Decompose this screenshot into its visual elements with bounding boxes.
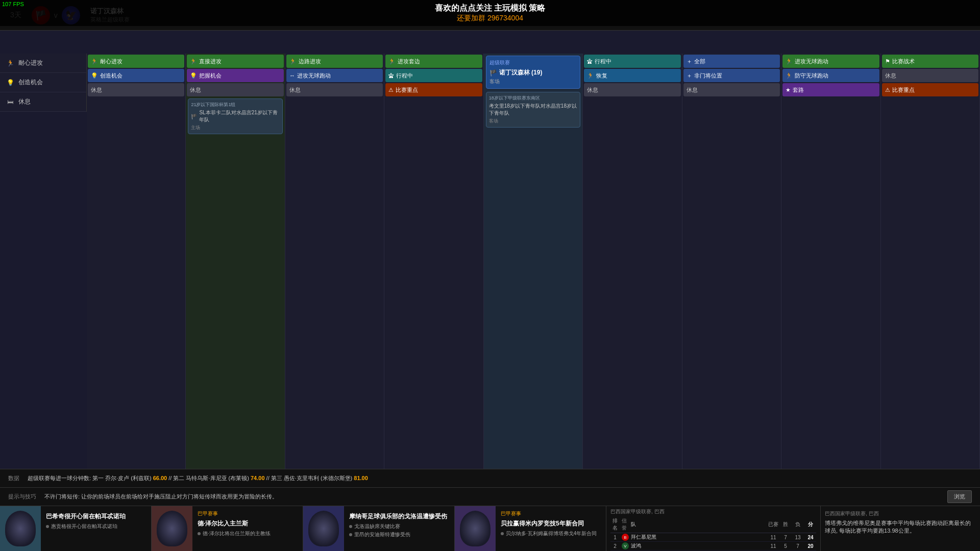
sidebar-icon-1: 💡	[6, 79, 14, 87]
cal-item-8-0[interactable]: ⚑ 比赛战术	[882, 55, 978, 68]
news-photo-1	[152, 506, 192, 551]
news-title-1[interactable]: 德·泽尔比入主兰斯	[198, 519, 298, 528]
cal-item-5-0[interactable]: 🛣 行程中	[584, 55, 680, 68]
bottom-panel: 巴希奇很开心留在帕耳忒诺珀 惠贡格很开心留在帕耳忒诺珀 巴甲赛事 德·泽尔比入主…	[0, 506, 980, 551]
team-logo-right-icon: 🦅	[65, 10, 77, 21]
news-content-1: 巴甲赛事 德·泽尔比入主兰斯 德·泽尔比将出任兰斯的主教练	[192, 506, 303, 551]
cal-item-1-0[interactable]: 🏃 直接进攻	[187, 55, 283, 68]
cal-item-3-2[interactable]: ⚠ 比赛重点	[385, 83, 482, 96]
news-title-2[interactable]: 摩纳哥足球俱乐部的戈洛温遭惨受伤	[349, 512, 449, 521]
table-row-1[interactable]: 2 V 波鸿 11 5 7 20	[610, 542, 816, 550]
calendar-grid: 🏃 耐心进攻 💡 创造机会 休息 🏃 直接进攻 💡 把握机会 休息 21岁以下国…	[87, 54, 980, 469]
stats-bar: 数据 超级联赛每进一球分钟数: 第一 乔尔·皮卢 (利兹联) 66.00 // …	[0, 469, 980, 487]
cal-icon-0-1: 💡	[91, 72, 98, 79]
news-section-2: 摩纳哥足球俱乐部的戈洛温遭惨受伤 戈洛温缺席关键比赛 里昂的安迪斯特遭惨受伤	[303, 506, 455, 551]
day-col-7: 🏃 进攻无球跑动 🏃 防守无球跑动 ★ 套路	[781, 54, 880, 469]
tr-played-1: 11	[768, 543, 778, 549]
cal-item-2-0[interactable]: 🏃 边路进攻	[286, 55, 383, 68]
th-team: 队	[631, 521, 766, 528]
th-rep: 信誉	[622, 517, 629, 532]
team-logos: 🏴 v 🦅	[32, 6, 80, 24]
league-table-name: 巴西国家甲级联赛, 巴西	[610, 508, 816, 515]
day-col-0: 🏃 耐心进攻 💡 创造机会 休息	[87, 54, 186, 469]
player-silhouette-2	[308, 511, 339, 546]
side-info-title: 巴西国家甲级联赛, 巴西	[825, 510, 976, 517]
match-box-location-col4: 客场	[489, 78, 577, 85]
bullet-dot-2-0	[349, 525, 352, 528]
cal-item-3-1[interactable]: 🛣 行程中	[385, 69, 482, 82]
sidebar-label-2: 休息	[18, 97, 31, 106]
cal-icon-3-2: ⚠	[388, 87, 394, 93]
news-section-0: 巴希奇很开心留在帕耳忒诺珀 惠贡格很开心留在帕耳忒诺珀	[0, 506, 152, 551]
league-name: 英格兰超级联赛	[90, 16, 130, 23]
sidebar-item-0[interactable]: 🏃 耐心进攻	[0, 54, 86, 73]
stats-h3: 81.00	[354, 475, 368, 481]
news-title-0[interactable]: 巴希奇很开心留在帕耳忒诺珀	[46, 512, 146, 521]
stats-h2: 74.00	[251, 475, 265, 481]
player-silhouette-3	[460, 511, 491, 546]
news-tag-3: 巴甲赛事	[501, 510, 601, 517]
sidebar-label-0: 耐心进攻	[18, 59, 43, 67]
cal-icon-7-1: 🏃	[786, 72, 793, 79]
team-logo-right: 🦅	[62, 6, 80, 24]
youth-match-box-col1[interactable]: 21岁以下国际杯第1组 🏴 SL本菲卡二队对水晶宫21岁以下青年队 主场	[188, 98, 282, 134]
cal-icon-1-0: 🏃	[190, 58, 197, 65]
league-table-section: 巴西国家甲级联赛, 巴西 排名 信誉 队 已赛 胜 负 分 1 B 拜仁慕尼黑 …	[606, 506, 821, 551]
cal-item-5-1[interactable]: 🏃 恢复	[584, 69, 680, 82]
tr-l-1: 7	[793, 543, 803, 549]
cal-item-5-2[interactable]: 休息	[584, 83, 680, 96]
cal-item-0-0[interactable]: 🏃 耐心进攻	[88, 55, 184, 68]
match-box-col4[interactable]: 超级联赛 🏴 诺丁汉森林 (19) 客场	[486, 56, 580, 89]
cal-item-6-1[interactable]: ＋ 非门将位置	[683, 69, 780, 82]
cal-item-0-1[interactable]: 💡 创造机会	[88, 69, 184, 82]
news-bullet-2-1: 里昂的安迪斯特遭惨受伤	[349, 531, 449, 538]
bullet-dot-1-0	[198, 532, 201, 535]
cal-item-6-2[interactable]: 休息	[683, 83, 780, 96]
cal-item-8-1[interactable]: 休息	[882, 69, 978, 82]
browse-button[interactable]: 浏览	[947, 490, 972, 503]
cal-icon-3-1: 🛣	[388, 72, 394, 79]
cal-item-8-2[interactable]: ⚠ 比赛重点	[882, 83, 978, 96]
th-l: 负	[793, 521, 803, 528]
cal-item-2-2[interactable]: 休息	[286, 83, 383, 96]
vs-text: v	[54, 11, 58, 19]
news-bullet-3-0: 贝尔纳多·瓦利姆赢得博塔弗戈4年新合同	[501, 530, 601, 537]
news-tag-1: 巴甲赛事	[198, 510, 298, 517]
news-content-2: 摩纳哥足球俱乐部的戈洛温遭惨受伤 戈洛温缺席关键比赛 里昂的安迪斯特遭惨受伤	[344, 506, 454, 551]
sidebar-item-1[interactable]: 💡 创造机会	[0, 73, 86, 92]
cal-icon-2-1: ↔	[289, 72, 295, 79]
cal-icon-2-0: 🏃	[289, 58, 297, 65]
tr-badge-0: B	[622, 534, 629, 541]
cal-icon-5-1: 🏃	[587, 72, 594, 79]
sidebar-icon-2: 🛏	[6, 98, 14, 106]
sidebar-label-1: 创造机会	[18, 78, 43, 87]
cal-icon-7-0: 🏃	[786, 58, 793, 65]
day-col-8: ⚑ 比赛战术 休息 ⚠ 比赛重点	[881, 54, 980, 469]
cal-item-0-2[interactable]: 休息	[88, 83, 184, 96]
day-col-1: 🏃 直接进攻 💡 把握机会 休息 21岁以下国际杯第1组 🏴 SL本菲卡二队对水…	[186, 54, 285, 469]
news-title-3[interactable]: 贝拉赢得米内罗竞技5年新合同	[501, 519, 601, 528]
th-rank: 排名	[610, 517, 620, 532]
tr-badge-1: V	[622, 542, 629, 549]
cal-item-7-2[interactable]: ★ 套路	[782, 83, 879, 96]
tr-rank-1: 2	[610, 543, 620, 549]
youth-match-col4[interactable]: 18岁以下甲级联赛东南区 考文里18岁以下青年队对水晶宫18岁以下青年队 客场	[486, 92, 580, 128]
player-silhouette-1	[157, 511, 187, 546]
tr-pts-0: 24	[805, 535, 816, 540]
team-logo-left: 🏴	[32, 6, 50, 24]
cal-item-6-0[interactable]: ＋ 全部	[683, 55, 780, 68]
cal-item-2-1[interactable]: ↔ 进攻无球跑动	[286, 69, 383, 82]
cal-icon-8-2: ⚠	[885, 87, 890, 93]
youth-match-teams-col1: 🏴 SL本菲卡二队对水晶宫21岁以下青年队	[191, 109, 279, 123]
cal-item-7-0[interactable]: 🏃 进攻无球跑动	[782, 55, 879, 68]
match-logo-col4: 🏴	[489, 69, 497, 77]
left-sidebar: 🏃 耐心进攻 💡 创造机会 🛏 休息	[0, 54, 87, 112]
news-content-0: 巴希奇很开心留在帕耳忒诺珀 惠贡格很开心留在帕耳忒诺珀	[41, 506, 151, 551]
cal-item-1-2[interactable]: 休息	[187, 83, 283, 96]
sidebar-item-2[interactable]: 🛏 休息	[0, 92, 86, 112]
tr-pts-1: 20	[805, 543, 816, 549]
cal-item-3-0[interactable]: 🏃 进攻套边	[385, 55, 482, 68]
cal-item-7-1[interactable]: 🏃 防守无球跑动	[782, 69, 879, 82]
cal-item-1-1[interactable]: 💡 把握机会	[187, 69, 283, 82]
table-row-0[interactable]: 1 B 拜仁慕尼黑 11 7 13 24	[610, 533, 816, 542]
